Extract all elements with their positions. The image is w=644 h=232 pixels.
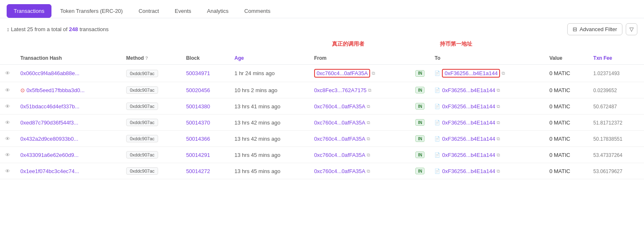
from-cell: 0xc760c4...0afFA35A ⧉ (309, 98, 411, 115)
table-row: 👁 0xed87c790d36f544f3... 0xddc907ac 5001… (0, 115, 644, 131)
copy-to-icon[interactable]: ⧉ (497, 88, 500, 93)
eye-icon[interactable]: 👁 (5, 103, 10, 110)
to-cell: 📄 0xF36256...b4E1a144 ⧉ (429, 131, 544, 147)
age-cell: 13 hrs 42 mins ago (229, 131, 309, 147)
direction-cell: IN (410, 82, 429, 98)
table-header: Transaction Hash Method ? Block Age From… (0, 52, 644, 65)
col-block: Block (181, 52, 229, 65)
txn-fee-cell: 0.0239652 (588, 82, 644, 98)
from-address-link[interactable]: 0xc8Fec3...762A7175 (314, 87, 366, 93)
to-address-link[interactable]: 0xF36256...b4E1a144 (442, 103, 495, 110)
direction-cell: IN (410, 147, 429, 163)
from-address-link[interactable]: 0xc760c4...0afFA35A (314, 152, 366, 158)
from-cell: 0xc760c4...0afFA35A ⧉ (309, 65, 411, 82)
copy-from-icon[interactable]: ⧉ (367, 120, 370, 125)
copy-from-icon[interactable]: ⧉ (367, 152, 370, 158)
from-address-link[interactable]: 0xc760c4...0afFA35A (314, 168, 366, 174)
direction-badge: IN (415, 103, 424, 110)
copy-to-icon[interactable]: ⧉ (497, 152, 500, 158)
txn-fee-cell: 51.81712372 (588, 115, 644, 131)
to-address-link[interactable]: 0xF36256...b4E1a144 (442, 87, 495, 93)
toolbar: ↕ Latest 25 from a total of 248 transact… (0, 18, 644, 40)
copy-to-icon[interactable]: ⧉ (497, 169, 500, 174)
tx-hash-link[interactable]: 0x060cc9f4a846ab88e... (20, 70, 79, 76)
tx-hash-link[interactable]: 0x1ee1f074bc3c4ec74... (20, 168, 79, 174)
tab-contract[interactable]: Contract (132, 4, 166, 18)
eye-icon[interactable]: 👁 (5, 168, 10, 174)
to-cell: 📄 0xF36256...b4E1a144 ⧉ (429, 65, 544, 82)
copy-from-icon[interactable]: ⧉ (367, 104, 370, 109)
copy-to-icon[interactable]: ⧉ (497, 120, 500, 125)
block-link[interactable]: 50014272 (186, 168, 210, 174)
eye-icon[interactable]: 👁 (5, 152, 10, 158)
block-link[interactable]: 50014291 (186, 152, 210, 158)
col-age[interactable]: Age (229, 52, 309, 65)
copy-from-icon[interactable]: ⧉ (367, 136, 370, 142)
tab-token-transfers--erc-20-[interactable]: Token Transfers (ERC-20) (53, 4, 130, 18)
to-address-link[interactable]: 0xF36256...b4E1a144 (444, 70, 498, 76)
tx-hash-link[interactable]: 0x433091a6e62e60d9... (20, 152, 78, 158)
contract-icon: 📄 (434, 152, 440, 158)
age-value: 13 hrs 41 mins ago (234, 103, 281, 110)
block-link[interactable]: 50014366 (186, 136, 210, 142)
tab-comments[interactable]: Comments (237, 4, 278, 18)
tx-hash-link[interactable]: 0xed87c790d36f544f3... (20, 120, 78, 126)
count-suffix: transactions (80, 26, 109, 32)
direction-cell: IN (410, 98, 429, 115)
table-row: 👁 0x060cc9f4a846ab88e... 0xddc907ac 5003… (0, 65, 644, 82)
from-address-link[interactable]: 0xc760c4...0afFA35A (314, 120, 366, 126)
eye-icon[interactable]: 👁 (5, 70, 10, 76)
value-cell: 0 MATIC (544, 147, 588, 163)
txn-fee-cell: 53.06179627 (588, 163, 644, 179)
age-value: 10 hrs 2 mins ago (234, 87, 277, 93)
tx-hash-link[interactable]: 0x51bdacc46d4ef337b... (20, 103, 79, 110)
to-cell: 📄 0xF36256...b4E1a144 ⧉ (429, 98, 544, 115)
copy-to-icon[interactable]: ⧉ (497, 136, 500, 142)
txn-fee-value: 0.0239652 (593, 88, 617, 93)
from-address-link[interactable]: 0xc760c4...0afFA35A (314, 136, 366, 142)
to-address-link[interactable]: 0xF36256...b4E1a144 (442, 136, 495, 142)
to-address-link[interactable]: 0xF36256...b4E1a144 (442, 152, 495, 158)
copy-from-icon[interactable]: ⧉ (368, 88, 371, 93)
tab-events[interactable]: Events (168, 4, 198, 18)
to-address-link[interactable]: 0xF36256...b4E1a144 (442, 168, 495, 174)
eye-icon[interactable]: 👁 (5, 136, 10, 142)
txn-fee-value: 1.02371493 (593, 71, 620, 76)
from-address-link[interactable]: 0xc760c4...0afFA35A (317, 70, 368, 76)
from-address-link[interactable]: 0xc760c4...0afFA35A (314, 103, 366, 110)
block-cell: 50020456 (181, 82, 229, 98)
txn-fee-value: 50.17838551 (593, 136, 622, 142)
tx-hash-link[interactable]: 0x432a2d9ce80933b0... (20, 136, 78, 142)
advanced-filter-button[interactable]: ⊟ Advanced Filter (567, 23, 622, 35)
sort-button[interactable]: ▽ (626, 23, 637, 35)
sort-icon: ↕ (7, 26, 10, 32)
txn-fee-cell: 50.17838551 (588, 131, 644, 147)
age-value: 13 hrs 42 mins ago (234, 120, 281, 126)
tx-hash-link[interactable]: 0x5fb5eed17fbbba3d0... (27, 87, 85, 93)
age-cell: 10 hrs 2 mins ago (229, 82, 309, 98)
to-cell: 📄 0xF36256...b4E1a144 ⧉ (429, 163, 544, 179)
block-link[interactable]: 50014380 (186, 103, 210, 110)
value-text: 0 MATIC (549, 152, 570, 158)
contract-icon: 📄 (434, 88, 440, 93)
latest-prefix: Latest 25 from a total of (11, 26, 68, 32)
copy-to-icon[interactable]: ⧉ (502, 71, 505, 76)
tab-transactions[interactable]: Transactions (7, 4, 51, 18)
contract-icon: 📄 (434, 104, 440, 109)
value-cell: 0 MATIC (544, 115, 588, 131)
eye-icon[interactable]: 👁 (5, 120, 10, 126)
block-link[interactable]: 50014370 (186, 120, 210, 126)
copy-from-icon[interactable]: ⧉ (372, 71, 375, 76)
col-method: Method ? (121, 52, 181, 65)
block-link[interactable]: 50020456 (186, 87, 210, 93)
direction-cell: IN (410, 131, 429, 147)
copy-to-icon[interactable]: ⧉ (497, 104, 500, 109)
tab-analytics[interactable]: Analytics (200, 4, 236, 18)
block-link[interactable]: 50034971 (186, 70, 210, 76)
direction-cell: IN (410, 115, 429, 131)
value-text: 0 MATIC (549, 136, 570, 142)
copy-from-icon[interactable]: ⧉ (367, 169, 370, 174)
to-address-link[interactable]: 0xF36256...b4E1a144 (442, 120, 495, 126)
col-txn-fee[interactable]: Txn Fee (588, 52, 644, 65)
eye-icon[interactable]: 👁 (5, 87, 10, 93)
